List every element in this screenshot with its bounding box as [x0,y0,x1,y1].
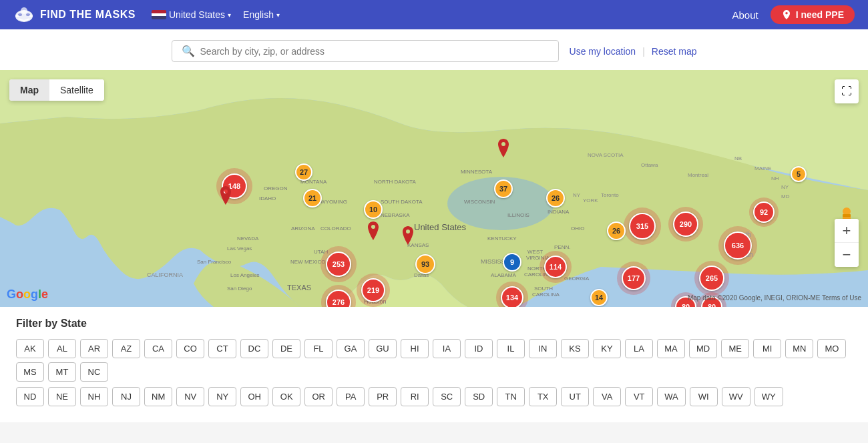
map-type-map-button[interactable]: Map [9,79,49,101]
state-filter-button[interactable]: OR [304,387,333,406]
pin-marker[interactable] [401,226,415,248]
svg-text:INDIANA: INDIANA [548,209,570,215]
state-filter-button[interactable]: CO [176,339,204,358]
google-logo: Google [7,288,48,302]
state-filter-button[interactable]: IA [433,339,461,358]
state-filter-button[interactable]: CA [144,339,172,358]
state-filter-button[interactable]: DC [240,339,268,358]
state-filter-button[interactable]: OH [240,387,268,406]
state-filter-button[interactable]: GA [337,339,365,358]
state-filter-button[interactable]: DE [272,339,300,358]
cluster-marker[interactable]: 10 [364,200,383,219]
state-filter-button[interactable]: SD [465,387,493,406]
svg-text:MINNESOTA: MINNESOTA [461,169,493,175]
state-filter-button[interactable]: WY [754,387,783,406]
pin-marker[interactable] [219,186,232,207]
cluster-marker[interactable]: 253 [320,246,357,282]
state-filter-button[interactable]: MO [817,339,846,358]
state-filter-button[interactable]: TN [497,387,525,406]
state-filter-button[interactable]: ID [465,339,493,358]
state-filter-button[interactable]: NE [48,387,76,406]
reset-map-button[interactable]: Reset map [652,46,697,57]
state-filter-button[interactable]: HI [401,339,429,358]
fullscreen-button[interactable]: ⛶ [835,79,859,103]
use-location-button[interactable]: Use my location [570,46,636,57]
state-filter-button[interactable]: WI [690,387,718,406]
cluster-marker[interactable]: 26 [607,222,626,240]
zoom-out-button[interactable]: − [835,243,859,267]
country-selector[interactable]: United States ▾ [148,7,235,23]
state-filter-button[interactable]: KY [593,339,621,358]
state-filter-button[interactable]: NY [208,387,236,406]
state-filter-button[interactable]: MS [16,362,44,382]
svg-text:Montreal: Montreal [688,172,708,178]
cluster-marker[interactable]: 265 [694,261,729,296]
state-filter-button[interactable]: AZ [112,339,140,358]
cluster-marker[interactable]: 14 [590,289,608,306]
state-filter-button[interactable]: AR [80,339,108,358]
language-selector[interactable]: English ▾ [239,7,284,23]
state-filter-button[interactable]: WV [722,387,750,406]
state-filter-button[interactable]: NC [80,362,108,382]
map-container: United States TEXAS CALIFORNIA MISSISSIP… [0,70,868,307]
state-filter-button[interactable]: VT [625,387,653,406]
state-filter-button[interactable]: CT [208,339,236,358]
cluster-marker[interactable]: 315 [624,207,661,245]
cluster-marker[interactable]: 636 [718,226,757,265]
state-filter-button[interactable]: KS [561,339,589,358]
logo: FIND THE MASKS [13,4,136,25]
cluster-marker[interactable]: 9 [503,253,521,272]
state-filter-button[interactable]: AK [16,339,44,358]
state-filter-button[interactable]: SC [433,387,461,406]
state-filter-button[interactable]: UT [561,387,589,406]
cluster-marker[interactable]: 27 [295,163,312,181]
filter-section: Filter by State AKALARAZCACOCTDCDEFLGAGU… [0,307,868,422]
state-filter-button[interactable]: MA [657,339,685,358]
cluster-marker[interactable]: 114 [539,251,572,283]
state-filter-button[interactable]: OK [272,387,300,406]
state-filter-button[interactable]: MN [785,339,813,358]
cluster-marker[interactable]: 37 [494,179,513,198]
cluster-marker[interactable]: 290 [668,207,703,242]
cluster-marker[interactable]: 5 [791,166,807,182]
cluster-marker[interactable]: 21 [303,189,322,207]
state-filter-button[interactable]: NH [80,387,108,406]
state-filter-button[interactable]: TX [529,387,557,406]
zoom-in-button[interactable]: + [835,219,859,243]
ppe-button[interactable]: I need PPE [771,5,855,24]
pin-marker[interactable] [367,222,380,243]
svg-text:Ottawa: Ottawa [641,162,658,168]
state-filter-button[interactable]: NJ [112,387,140,406]
state-filter-button[interactable]: VA [593,387,621,406]
state-filter-button[interactable]: MI [753,339,781,358]
cluster-marker[interactable]: 93 [415,254,435,274]
state-filter-button[interactable]: MT [48,362,76,382]
about-link[interactable]: About [732,9,758,21]
state-filter-button[interactable]: PR [369,387,397,406]
pin-marker[interactable] [497,139,510,160]
cluster-marker[interactable]: 26 [546,189,565,207]
state-filter-button[interactable]: IL [497,339,525,358]
cluster-marker[interactable]: 177 [617,262,650,295]
svg-text:IDAHO: IDAHO [259,195,276,201]
cluster-marker[interactable]: 92 [749,197,779,227]
cluster-marker[interactable]: 219 [357,274,390,307]
state-filter-button[interactable]: NV [176,387,204,406]
state-filter-button[interactable]: FL [304,339,333,358]
search-input[interactable] [200,46,549,57]
state-filter-button[interactable]: ND [16,387,44,406]
state-filter-button[interactable]: GU [369,339,397,358]
state-filter-button[interactable]: PA [337,387,365,406]
search-box: 🔍 [172,40,559,62]
state-filter-button[interactable]: ME [721,339,749,358]
state-filter-button[interactable]: LA [625,339,653,358]
state-filter-button[interactable]: WA [657,387,685,406]
state-filter-button[interactable]: NM [144,387,172,406]
state-filter-button[interactable]: MD [689,339,717,358]
state-filter-button[interactable]: IN [529,339,557,358]
map-type-satellite-button[interactable]: Satellite [49,79,104,101]
state-filter-button[interactable]: RI [401,387,429,406]
header-nav: United States ▾ English ▾ [148,7,284,23]
state-filter-button[interactable]: AL [48,339,76,358]
svg-text:MAINE: MAINE [754,165,771,171]
